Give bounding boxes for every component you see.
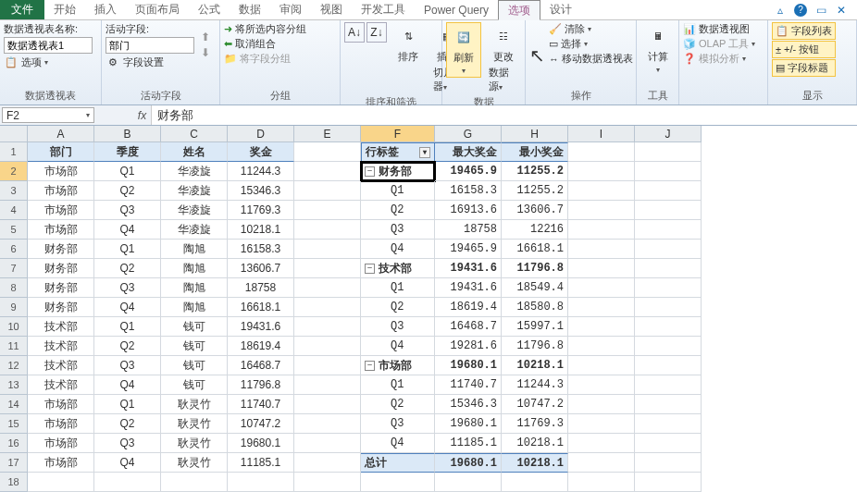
pivot-value[interactable]: 11740.7 [435,375,502,395]
cell[interactable] [294,337,361,356]
cell[interactable] [568,240,635,259]
pivot-value[interactable]: 19465.9 [435,162,502,181]
cell-dept[interactable]: 市场部 [28,181,94,201]
cell-bonus[interactable]: 11740.7 [228,395,294,414]
row-header[interactable]: 1 [0,142,28,162]
col-header-J[interactable]: J [635,126,702,142]
cell[interactable] [361,473,435,492]
cell-quarter[interactable]: Q1 [94,395,161,414]
pivot-subtotal-row[interactable]: −财务部 [361,162,435,181]
select-all-corner[interactable] [0,126,28,142]
menu-tab-视图[interactable]: 视图 [311,0,352,19]
menu-tab-设计[interactable]: 设计 [540,0,581,19]
col-header-G[interactable]: G [435,126,502,142]
cell-dept[interactable]: 技术部 [28,337,94,356]
cell-name[interactable] [161,473,228,492]
row-header[interactable]: 18 [0,473,28,492]
pivot-value[interactable]: 18758 [435,220,502,240]
cell-bonus[interactable]: 19431.6 [228,317,294,337]
fieldheaders-button[interactable]: ▤字段标题 [772,59,836,77]
cell[interactable] [635,240,702,259]
table-header[interactable]: 奖金 [228,142,294,162]
file-menu[interactable]: 文件 [0,0,44,19]
pivot-detail-row[interactable]: Q4 [361,240,435,259]
cell-name[interactable]: 耿灵竹 [161,434,228,453]
sort-desc-icon[interactable]: Z↓ [366,22,387,43]
cell-name[interactable]: 华凌旋 [161,181,228,201]
cell[interactable] [568,259,635,278]
cell[interactable] [568,434,635,453]
menu-tab-审阅[interactable]: 审阅 [270,0,311,19]
pivot-detail-row[interactable]: Q2 [361,395,435,414]
row-header[interactable]: 15 [0,414,28,434]
cell-bonus[interactable]: 11796.8 [228,375,294,395]
cell[interactable] [294,434,361,453]
cell[interactable] [294,278,361,298]
cell[interactable] [635,395,702,414]
select-button[interactable]: ▭选择▾ [549,37,633,51]
cell[interactable] [502,473,568,492]
move-pivot-button[interactable]: ↔移动数据透视表 [549,52,633,66]
cell[interactable] [635,414,702,434]
cell[interactable] [635,201,702,220]
row-header[interactable]: 12 [0,356,28,375]
cell-dept[interactable]: 市场部 [28,162,94,181]
cell-name[interactable]: 华凌旋 [161,162,228,181]
cell[interactable] [568,337,635,356]
row-header[interactable]: 3 [0,181,28,201]
pivot-value[interactable]: 16618.1 [502,240,568,259]
row-header[interactable]: 10 [0,317,28,337]
pivot-detail-row[interactable]: Q1 [361,181,435,201]
pivot-detail-row[interactable]: Q2 [361,201,435,220]
pivot-detail-row[interactable]: Q3 [361,414,435,434]
menu-tab-Power Query[interactable]: Power Query [415,0,498,19]
pivot-value[interactable]: 16158.3 [435,181,502,201]
cell[interactable] [568,201,635,220]
pivot-subtotal-row[interactable]: −市场部 [361,356,435,375]
cell-bonus[interactable]: 19680.1 [228,434,294,453]
cell[interactable] [635,142,702,162]
cell-quarter[interactable]: Q2 [94,259,161,278]
col-header-E[interactable]: E [294,126,361,142]
cell-dept[interactable]: 市场部 [28,395,94,414]
cell[interactable] [568,414,635,434]
cell[interactable] [294,162,361,181]
cell-quarter[interactable]: Q4 [94,220,161,240]
pivot-value[interactable]: 10218.1 [502,453,568,473]
cell[interactable] [635,434,702,453]
pivot-value[interactable]: 18549.4 [502,278,568,298]
pivot-name-input[interactable] [4,37,93,54]
col-header-C[interactable]: C [161,126,228,142]
cell-name[interactable]: 钱可 [161,337,228,356]
row-header[interactable]: 4 [0,201,28,220]
cell-quarter[interactable]: Q4 [94,453,161,473]
row-header[interactable]: 8 [0,278,28,298]
row-header[interactable]: 11 [0,337,28,356]
cell-dept[interactable]: 市场部 [28,453,94,473]
active-field-input[interactable] [106,37,194,54]
menu-tab-选项[interactable]: 选项 [498,0,540,20]
cell-name[interactable]: 钱可 [161,317,228,337]
pivot-value[interactable]: 15346.3 [435,395,502,414]
cell[interactable] [568,395,635,414]
minimize-ribbon-icon[interactable]: ▵ [774,4,787,17]
cell[interactable] [294,395,361,414]
row-header[interactable]: 16 [0,434,28,453]
plusminus-button[interactable]: ±+/- 按钮 [772,41,836,58]
calc-button[interactable]: 🖩 计算 ▾ [640,22,676,76]
cell-name[interactable]: 耿灵竹 [161,414,228,434]
cell[interactable] [568,142,635,162]
change-source-button[interactable]: ☷ 更改 数据源▾ [485,22,521,95]
pivot-detail-row[interactable]: Q2 [361,298,435,317]
pivot-value[interactable]: 18619.4 [435,298,502,317]
cell-dept[interactable]: 市场部 [28,201,94,220]
clear-button[interactable]: 🧹清除▾ [549,22,633,36]
pivot-value[interactable]: 19281.6 [435,337,502,356]
cell[interactable] [294,142,361,162]
cell[interactable] [568,162,635,181]
pivot-value[interactable]: 19680.1 [435,414,502,434]
row-header[interactable]: 7 [0,259,28,278]
cell[interactable] [568,278,635,298]
cell[interactable] [635,473,702,492]
pivot-value[interactable]: 11796.8 [502,259,568,278]
